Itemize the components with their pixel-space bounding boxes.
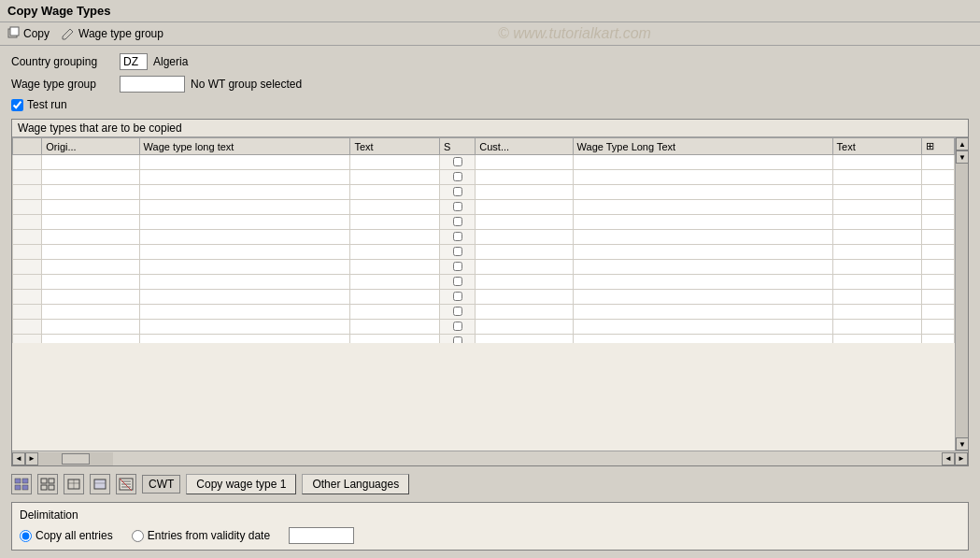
pencil-icon: [61, 26, 76, 41]
row-wt-long: [139, 260, 350, 275]
row-cust: [476, 230, 573, 245]
row-text2: [832, 335, 922, 344]
svg-rect-6: [41, 479, 47, 483]
wage-type-group-status: No WT group selected: [191, 78, 302, 91]
col-header-settings[interactable]: ⊞: [922, 138, 955, 155]
horizontal-scrollbar[interactable]: ◄ ► ◄ ►: [12, 451, 968, 465]
row-sel: [13, 305, 42, 320]
row-text1: [350, 305, 440, 320]
row-wt-long2: [573, 275, 832, 290]
delimitation-section: Delimitation Copy all entries Entries fr…: [11, 502, 969, 551]
row-wt-long2: [573, 290, 832, 305]
wage-type-group-input[interactable]: [120, 76, 185, 93]
scroll-left-button-right[interactable]: ◄: [942, 452, 955, 465]
row-wt-long2: [573, 260, 832, 275]
row-text1: [350, 320, 440, 335]
row-wt-long2: [573, 305, 832, 320]
scroll-thumb-h[interactable]: [62, 453, 90, 465]
row-extra: [922, 200, 955, 215]
copy-label: Copy: [23, 27, 50, 40]
icon-button-settings[interactable]: [116, 474, 136, 494]
button-bar: CWT Copy wage type 1 Other Languages: [11, 470, 969, 498]
table-row: [13, 230, 955, 245]
row-extra: [922, 170, 955, 185]
icon-button-3[interactable]: [64, 474, 84, 494]
wage-type-group-toolbar-item[interactable]: Wage type group: [61, 26, 163, 41]
row-wt-long: [139, 155, 350, 170]
row-sel: [13, 230, 42, 245]
scroll-right-button[interactable]: ►: [955, 452, 968, 465]
row-sel: [13, 155, 42, 170]
row-sel: [13, 290, 42, 305]
row-extra: [922, 305, 955, 320]
validity-date-input[interactable]: [289, 527, 354, 544]
row-orig: [42, 335, 139, 344]
row-wt-long2: [573, 200, 832, 215]
row-wt-long: [139, 215, 350, 230]
row-orig: [42, 155, 139, 170]
entries-from-radio[interactable]: [132, 530, 144, 542]
row-text2: [832, 185, 922, 200]
vertical-scrollbar[interactable]: ▲ ▼ ▼: [955, 137, 968, 451]
row-wt-long: [139, 200, 350, 215]
row-orig: [42, 305, 139, 320]
scroll-track-v: [956, 164, 968, 437]
row-text1: [350, 290, 440, 305]
row-wt-long: [139, 185, 350, 200]
delimitation-radio-row: Copy all entries Entries from validity d…: [20, 527, 960, 544]
row-wt-long: [139, 170, 350, 185]
row-s: [440, 290, 476, 305]
main-content: Country grouping Algeria Wage type group…: [0, 46, 980, 558]
copy-toolbar-item[interactable]: Copy: [6, 26, 50, 41]
row-text2: [832, 275, 922, 290]
wage-type-group-label: Wage type group: [78, 27, 163, 40]
window-title: Copy Wage Types: [7, 4, 111, 18]
test-run-checkbox[interactable]: [11, 99, 23, 111]
scroll-up-button[interactable]: ▲: [956, 137, 968, 150]
wage-type-group-row: Wage type group No WT group selected: [11, 76, 969, 93]
copy-wage-type-button[interactable]: Copy wage type 1: [186, 474, 296, 494]
table-row: [13, 320, 955, 335]
row-wt-long: [139, 245, 350, 260]
table-row: [13, 155, 955, 170]
row-text1: [350, 245, 440, 260]
icon-button-2[interactable]: [37, 474, 58, 494]
row-wt-long2: [573, 185, 832, 200]
row-text1: [350, 155, 440, 170]
row-cust: [476, 170, 573, 185]
scroll-left-button[interactable]: ◄: [12, 452, 25, 465]
svg-rect-7: [49, 479, 54, 483]
row-s: [440, 215, 476, 230]
row-wt-long2: [573, 215, 832, 230]
row-orig: [42, 320, 139, 335]
icon-button-1[interactable]: [11, 474, 32, 494]
svg-rect-13: [94, 479, 106, 489]
icon-button-4[interactable]: [90, 474, 110, 494]
cwt-button[interactable]: CWT: [142, 475, 180, 494]
scroll-down-button-top[interactable]: ▼: [956, 150, 968, 164]
row-sel: [13, 185, 42, 200]
table-settings-icon[interactable]: ⊞: [926, 140, 934, 151]
row-wt-long2: [573, 230, 832, 245]
table-scroll-area[interactable]: Origi... Wage type long text Text S Cust…: [12, 137, 955, 343]
col-header-orig: Origi...: [42, 138, 139, 155]
row-cust: [476, 200, 573, 215]
row-orig: [42, 170, 139, 185]
row-wt-long: [139, 305, 350, 320]
scroll-right-button-near[interactable]: ►: [25, 452, 38, 465]
watermark: © www.tutorialkart.com: [175, 25, 974, 42]
col-header-wt-long2: Wage Type Long Text: [573, 138, 832, 155]
table-row: [13, 275, 955, 290]
copy-all-radio[interactable]: [20, 530, 32, 542]
row-s: [440, 335, 476, 344]
row-s: [440, 260, 476, 275]
svg-rect-4: [15, 485, 21, 490]
toolbar: Copy Wage type group © www.tutorialkart.…: [0, 22, 980, 46]
scroll-down-button[interactable]: ▼: [956, 437, 968, 451]
row-wt-long2: [573, 335, 832, 344]
row-sel: [13, 260, 42, 275]
country-code-input[interactable]: [120, 53, 148, 70]
row-text1: [350, 230, 440, 245]
other-languages-button[interactable]: Other Languages: [302, 474, 409, 494]
row-cust: [476, 290, 573, 305]
